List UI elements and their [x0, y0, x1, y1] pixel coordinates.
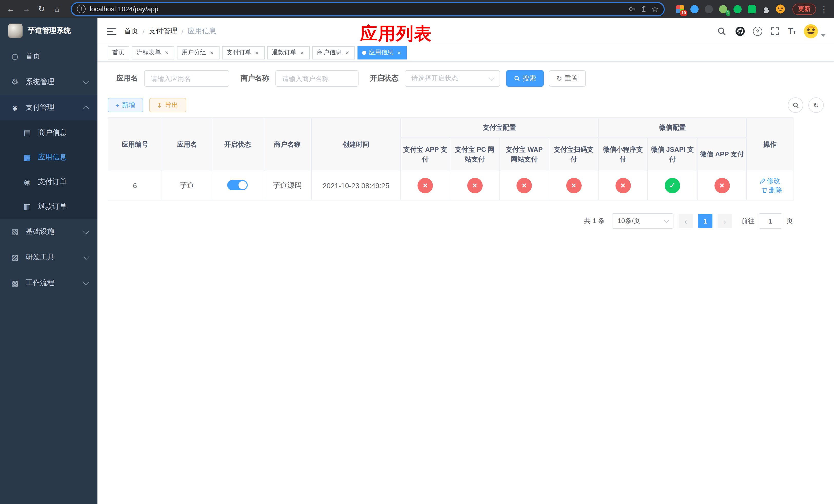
- tab-user-group[interactable]: 用户分组 ×: [177, 46, 220, 59]
- search-icon[interactable]: [716, 25, 727, 37]
- breadcrumb-home[interactable]: 首页: [124, 26, 138, 36]
- tab-refund-orders[interactable]: 退款订单 ×: [267, 46, 310, 59]
- tab-home[interactable]: 首页: [108, 46, 129, 59]
- alipay-wap-status-icon: ×: [517, 178, 532, 193]
- close-icon[interactable]: ×: [299, 49, 305, 55]
- download-icon: ↧: [157, 101, 162, 109]
- breadcrumb-separator: /: [142, 27, 145, 35]
- extension-drop-icon[interactable]: [689, 4, 699, 14]
- close-icon[interactable]: ×: [396, 49, 402, 55]
- export-button[interactable]: ↧ 导出: [149, 98, 186, 112]
- active-tab-dot: [362, 50, 366, 54]
- site-info-icon[interactable]: i: [77, 5, 86, 13]
- url-text[interactable]: localhost:1024/pay/app: [90, 5, 624, 13]
- pagination: 共 1 条 10条/页 ‹ 1 › 前往 页: [108, 213, 793, 229]
- chevron-down-icon: [83, 254, 89, 260]
- app-name-input[interactable]: [144, 70, 229, 87]
- browser-reload-button[interactable]: ↻: [35, 2, 48, 16]
- sidebar: 芋道管理系统 ◷ 首页 ⚙ 系统管理 ¥ 支付管理: [0, 18, 97, 504]
- bookmark-star-icon[interactable]: ☆: [651, 4, 659, 14]
- tab-process-form[interactable]: 流程表单 ×: [132, 46, 174, 59]
- workflow-icon: ▩: [10, 278, 20, 288]
- sidebar-item-infrastructure[interactable]: ▧ 基础设施: [0, 219, 97, 245]
- cell-app-id: 6: [108, 171, 162, 200]
- sidebar-item-label: 基础设施: [26, 227, 54, 236]
- close-icon[interactable]: ×: [254, 49, 260, 55]
- share-icon[interactable]: ↥: [640, 4, 647, 14]
- font-size-icon[interactable]: TT: [788, 27, 796, 35]
- extensions-tray: 10 1: [675, 4, 785, 14]
- tab-app-info[interactable]: 应用信息 ×: [357, 46, 407, 59]
- sidebar-item-label: 退款订单: [38, 202, 67, 211]
- goto-page-input[interactable]: [759, 213, 782, 229]
- sidebar-item-payment[interactable]: ¥ 支付管理: [0, 95, 97, 120]
- browser-forward-button[interactable]: →: [20, 2, 33, 16]
- user-avatar-dropdown[interactable]: [803, 23, 826, 39]
- status-select[interactable]: 请选择开启状态: [405, 70, 500, 87]
- sidebar-item-refund-orders[interactable]: ▥ 退款订单: [0, 194, 97, 219]
- help-icon[interactable]: ?: [753, 26, 762, 36]
- yen-icon: ¥: [10, 103, 20, 112]
- plus-icon: +: [115, 101, 119, 109]
- chevron-down-icon: [489, 75, 495, 81]
- column-header-status: 开启状态: [212, 118, 263, 171]
- password-key-icon[interactable]: [629, 5, 636, 13]
- delete-link[interactable]: 删除: [762, 186, 782, 195]
- browser-update-button[interactable]: 更新: [792, 3, 816, 15]
- sidebar-item-merchant-info[interactable]: ▤ 商户信息: [0, 120, 97, 145]
- toggle-search-icon[interactable]: [788, 97, 803, 113]
- search-form: 应用名 商户名称 开启状态 请选择开启状态 搜索: [116, 70, 824, 87]
- sidebar-item-system[interactable]: ⚙ 系统管理: [0, 69, 97, 95]
- logo-avatar: [8, 24, 23, 38]
- prev-page-button[interactable]: ‹: [679, 214, 693, 228]
- fullscreen-icon[interactable]: [769, 25, 781, 37]
- search-button[interactable]: 搜索: [506, 70, 544, 87]
- extension-wechat-icon[interactable]: [732, 4, 742, 14]
- reset-button[interactable]: ↻ 重置: [549, 70, 586, 87]
- column-header-alipay-wap: 支付宝 WAP 网站支付: [499, 138, 549, 171]
- column-header-app-name: 应用名: [162, 118, 212, 171]
- sidebar-toggle-icon[interactable]: [103, 22, 120, 40]
- address-bar[interactable]: i localhost:1024/pay/app ↥ ☆: [71, 2, 665, 16]
- close-icon[interactable]: ×: [344, 49, 350, 55]
- add-button[interactable]: + 新增: [108, 98, 143, 112]
- browser-home-button[interactable]: ⌂: [50, 2, 64, 16]
- sidebar-item-home[interactable]: ◷ 首页: [0, 44, 97, 69]
- extension-avatar-icon[interactable]: 1: [718, 4, 728, 14]
- sidebar-menu: ◷ 首页 ⚙ 系统管理 ¥ 支付管理 ▤ 商户信息: [0, 44, 97, 504]
- sidebar-item-label: 支付订单: [38, 177, 67, 187]
- page-size-select[interactable]: 10条/页: [612, 213, 674, 229]
- extension-green-square-icon[interactable]: [747, 4, 756, 14]
- next-page-button[interactable]: ›: [718, 214, 732, 228]
- browser-profile-avatar[interactable]: [775, 4, 785, 14]
- edit-link[interactable]: 修改: [760, 176, 780, 186]
- app-title: 芋道管理系统: [28, 26, 71, 36]
- tags-view-bar: 首页 流程表单 × 用户分组 × 支付订单 × 退款订单 ×: [97, 44, 834, 62]
- extensions-puzzle-icon[interactable]: [761, 4, 771, 14]
- cell-actions: 修改 删除: [747, 171, 793, 200]
- sidebar-item-workflow[interactable]: ▩ 工作流程: [0, 270, 97, 296]
- sidebar-item-pay-orders[interactable]: ◉ 支付订单: [0, 170, 97, 194]
- group-header-wechat: 微信配置: [598, 118, 747, 138]
- merchant-name-input[interactable]: [276, 70, 358, 87]
- page-number-1[interactable]: 1: [698, 214, 712, 228]
- devtools-icon: ▨: [10, 253, 20, 262]
- main-area: 应用列表 首页 / 支付管理 / 应用信息: [97, 18, 834, 504]
- breadcrumb-separator: /: [181, 27, 184, 35]
- browser-menu-icon[interactable]: ⋮: [818, 4, 830, 14]
- extension-avatar-badge: 1: [725, 10, 730, 16]
- extension-dark-icon[interactable]: [704, 4, 714, 14]
- refresh-icon[interactable]: ↻: [808, 97, 824, 113]
- close-icon[interactable]: ×: [163, 49, 170, 55]
- browser-back-button[interactable]: ←: [4, 2, 18, 16]
- tab-pay-orders[interactable]: 支付订单 ×: [222, 46, 265, 59]
- breadcrumb-payment[interactable]: 支付管理: [149, 26, 177, 36]
- github-icon[interactable]: [734, 25, 746, 37]
- close-icon[interactable]: ×: [209, 49, 215, 55]
- sidebar-item-app-info[interactable]: ▦ 应用信息: [0, 145, 97, 170]
- column-header-actions: 操作: [747, 118, 793, 171]
- sidebar-item-devtools[interactable]: ▨ 研发工具: [0, 245, 97, 270]
- tab-merchant-info[interactable]: 商户信息 ×: [312, 46, 355, 59]
- status-toggle[interactable]: [227, 180, 248, 190]
- extension-grid-icon[interactable]: 10: [675, 4, 685, 14]
